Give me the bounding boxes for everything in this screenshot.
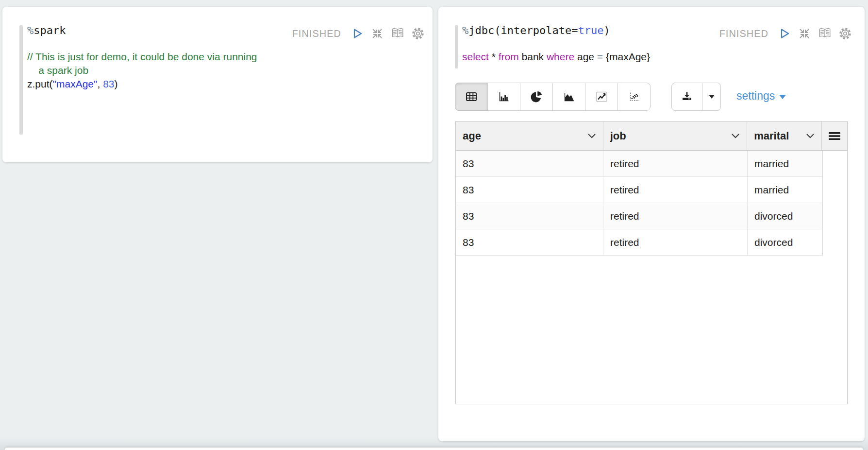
result-table: agejobmarital 83retiredmarried83retiredm… [455,121,848,404]
output-book-icon[interactable] [391,27,404,40]
paragraph-controls: FINISHED [719,27,852,40]
table-cell: 83 [456,151,603,176]
download-icon [680,90,694,104]
download-button-group [671,83,721,111]
result-table-header: agejobmarital [456,121,847,151]
table-cell: married [748,151,823,176]
area-chart-icon [562,90,576,104]
bar-chart-icon [497,90,511,104]
settings-label: settings [736,89,775,103]
compress-icon[interactable] [798,27,811,40]
table-cell: married [748,177,823,203]
code-editor-spark[interactable]: // This is just for demo, it could be do… [27,50,257,91]
paragraph-gutter [19,25,23,135]
table-row: 83retiredmarried [456,177,823,203]
paragraph-gutter [455,25,458,69]
interpreter-binding-spark[interactable]: %spark [27,24,66,37]
chart-type-area-button[interactable] [552,83,585,111]
table-grid-icon [465,90,478,104]
table-cell: divorced [748,203,823,229]
pie-chart-icon [530,90,543,104]
gear-icon[interactable] [838,27,852,40]
chart-type-toolbar [455,83,651,111]
code-editor-jdbc[interactable]: select * from bank where age = {maxAge} [462,50,650,64]
caret-down-icon [779,95,786,99]
column-header-marital[interactable]: marital [747,121,822,151]
download-button[interactable] [671,83,702,111]
compress-icon[interactable] [370,27,384,40]
chevron-down-icon [806,133,815,138]
hamburger-menu-icon [828,132,841,140]
paragraph-spark: %spark FINISHED [2,7,433,162]
chevron-down-icon [731,133,740,138]
paragraph-controls: FINISHED [292,27,425,40]
run-icon[interactable] [350,27,364,40]
code-line: select * from bank where age = {maxAge} [462,50,650,64]
table-cell: retired [603,203,748,229]
column-label: job [610,130,626,142]
column-label: marital [754,130,789,142]
gear-icon[interactable] [411,27,425,40]
code-line: %spark [27,24,66,37]
table-row: 83retireddivorced [456,229,823,256]
line-chart-icon [595,90,608,104]
scatter-chart-icon [627,90,641,104]
table-cell: retired [603,229,748,255]
chart-type-line-button[interactable] [585,83,618,111]
table-cell: 83 [456,229,603,255]
column-header-age[interactable]: age [456,121,603,151]
next-paragraph-edge [5,448,863,450]
download-options-button[interactable] [702,83,721,111]
table-cell: retired [603,177,748,203]
chart-type-table-button[interactable] [455,83,488,111]
table-cell: retired [603,151,748,176]
caret-down-icon [709,95,715,99]
table-cell: divorced [748,229,823,255]
zeppelin-notebook: %spark FINISHED [0,0,868,450]
code-line: a spark job [27,64,257,77]
paragraph-jdbc: %jdbc(interpolate=true) FINISHED [438,7,865,441]
interpreter-binding-jdbc[interactable]: %jdbc(interpolate=true) [462,24,610,37]
run-icon[interactable] [777,27,791,40]
code-line: %jdbc(interpolate=true) [462,24,610,37]
table-menu-button[interactable] [822,121,847,151]
code-line: z.put("maxAge", 83) [27,77,257,91]
display-settings-toggle[interactable]: settings [736,89,786,103]
chart-type-bar-button[interactable] [487,83,520,111]
chevron-down-icon [587,133,596,138]
output-book-icon[interactable] [818,27,832,40]
chart-type-scatter-button[interactable] [618,83,651,111]
status-badge: FINISHED [719,28,768,39]
table-cell: 83 [456,203,603,229]
column-label: age [463,130,481,142]
chart-type-pie-button[interactable] [520,83,553,111]
result-table-body: 83retiredmarried83retiredmarried83retire… [456,151,847,256]
column-header-job[interactable]: job [603,121,748,151]
table-row: 83retireddivorced [456,203,823,229]
status-badge: FINISHED [292,28,341,39]
code-line: // This is just for demo, it could be do… [27,50,257,64]
table-row: 83retiredmarried [456,151,823,177]
table-cell: 83 [456,177,603,203]
